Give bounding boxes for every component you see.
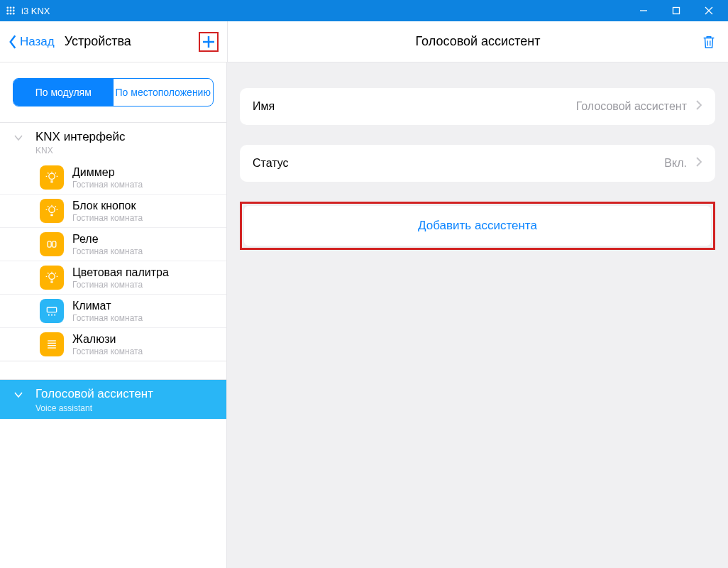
section-title: Голосовой ассистент — [35, 387, 153, 401]
plus-icon — [201, 34, 216, 50]
sidebar: По модулям По местоположению KNX интерфе… — [0, 62, 227, 568]
name-value: Голосовой ассистент — [275, 100, 687, 113]
blinds-icon — [40, 332, 64, 356]
chevron-right-icon — [695, 156, 702, 170]
row-name[interactable]: Имя Голосовой ассистент — [240, 88, 715, 125]
section-knx: KNX интерфейс KNX Диммер Гостиная комнат… — [0, 122, 226, 361]
device-name: Реле — [72, 233, 143, 246]
svg-point-0 — [6, 6, 9, 9]
section-header-voice[interactable]: Голосовой ассистент Voice assistant — [0, 380, 226, 418]
trash-icon — [701, 33, 717, 50]
add-assistant-highlight: Добавить ассистента — [240, 202, 715, 250]
toolbar-left: Назад Устройства — [0, 21, 227, 62]
main-pane: Имя Голосовой ассистент Статус Вкл. Доба… — [227, 62, 728, 568]
device-name: Диммер — [72, 166, 143, 179]
relay-icon — [40, 232, 64, 256]
device-room: Гостиная комната — [72, 313, 143, 323]
device-room: Гостиная комната — [72, 246, 143, 256]
section-voice: Голосовой ассистент Voice assistant — [0, 379, 226, 418]
svg-point-17 — [49, 174, 55, 180]
device-name: Климат — [72, 300, 143, 312]
device-room: Гостиная комната — [72, 213, 143, 223]
svg-point-8 — [13, 13, 15, 15]
status-card: Статус Вкл. — [240, 145, 715, 182]
chevron-right-icon — [695, 99, 702, 114]
name-label: Имя — [253, 100, 275, 113]
segmented-wrap: По модулям По местоположению — [0, 62, 226, 122]
svg-rect-19 — [48, 241, 51, 247]
content: По модулям По местоположению KNX интерфе… — [0, 62, 728, 568]
segment-by-modules[interactable]: По модулям — [13, 79, 114, 106]
chevron-down-icon — [9, 387, 28, 398]
svg-rect-20 — [53, 241, 56, 247]
toolbar: Назад Устройства Голосовой ассистент — [0, 21, 728, 62]
bulb-icon — [40, 266, 64, 290]
climate-icon — [40, 299, 64, 323]
bulb-icon — [40, 199, 64, 223]
chevron-left-icon — [7, 34, 18, 50]
window-close-button[interactable] — [693, 0, 725, 21]
status-value: Вкл. — [289, 157, 687, 170]
section-subtitle: KNX — [35, 146, 126, 155]
page-title: Голосовой ассистент — [416, 34, 541, 49]
window-minimize-button[interactable] — [627, 0, 660, 21]
svg-point-6 — [6, 13, 9, 15]
device-room: Гостиная комната — [72, 346, 143, 356]
view-mode-segmented: По модулям По местоположению — [13, 78, 214, 106]
svg-point-2 — [13, 6, 15, 9]
svg-point-1 — [10, 6, 12, 9]
device-name: Жалюзи — [72, 333, 143, 346]
svg-point-18 — [49, 207, 55, 213]
device-row-climate[interactable]: Климат Гостиная комната — [0, 295, 226, 328]
svg-rect-10 — [673, 8, 680, 14]
back-button[interactable]: Назад — [7, 34, 55, 50]
device-row-palette[interactable]: Цветовая палитра Гостиная комната — [0, 261, 226, 295]
add-assistant-button[interactable]: Добавить ассистента — [244, 206, 711, 246]
device-name: Цветовая палитра — [72, 266, 169, 279]
app-icon — [4, 4, 17, 17]
device-row-blinds[interactable]: Жалюзи Гостиная комната — [0, 328, 226, 361]
device-row-relay[interactable]: Реле Гостиная комната — [0, 228, 226, 261]
window-title: i3 KNX — [21, 6, 50, 16]
toolbar-right: Голосовой ассистент — [227, 21, 728, 62]
back-label: Назад — [20, 35, 55, 49]
svg-point-7 — [10, 13, 12, 15]
bulb-icon — [40, 165, 64, 190]
section-subtitle: Voice assistant — [35, 403, 153, 413]
svg-point-3 — [6, 10, 9, 12]
delete-button[interactable] — [698, 31, 719, 53]
device-row-buttons[interactable]: Блок кнопок Гостиная комната — [0, 195, 226, 228]
svg-point-4 — [10, 10, 12, 12]
device-room: Гостиная комната — [72, 280, 169, 290]
add-device-button[interactable] — [199, 32, 219, 52]
segment-by-location[interactable]: По местоположению — [114, 79, 214, 106]
window-titlebar: i3 KNX — [0, 0, 728, 21]
svg-rect-22 — [47, 307, 56, 312]
name-card: Имя Голосовой ассистент — [240, 88, 715, 125]
device-name: Блок кнопок — [72, 200, 143, 212]
row-status[interactable]: Статус Вкл. — [240, 145, 715, 182]
section-title: KNX интерфейс — [35, 130, 126, 144]
window-maximize-button[interactable] — [660, 0, 693, 21]
sidebar-title: Устройства — [65, 34, 131, 49]
device-room: Гостиная комната — [72, 180, 143, 190]
device-row-dimmer[interactable]: Диммер Гостиная комната — [0, 161, 226, 195]
svg-point-5 — [13, 10, 15, 12]
status-label: Статус — [253, 157, 289, 170]
chevron-down-icon — [9, 130, 28, 141]
section-header-knx[interactable]: KNX интерфейс KNX — [0, 123, 226, 161]
svg-point-21 — [49, 274, 55, 280]
